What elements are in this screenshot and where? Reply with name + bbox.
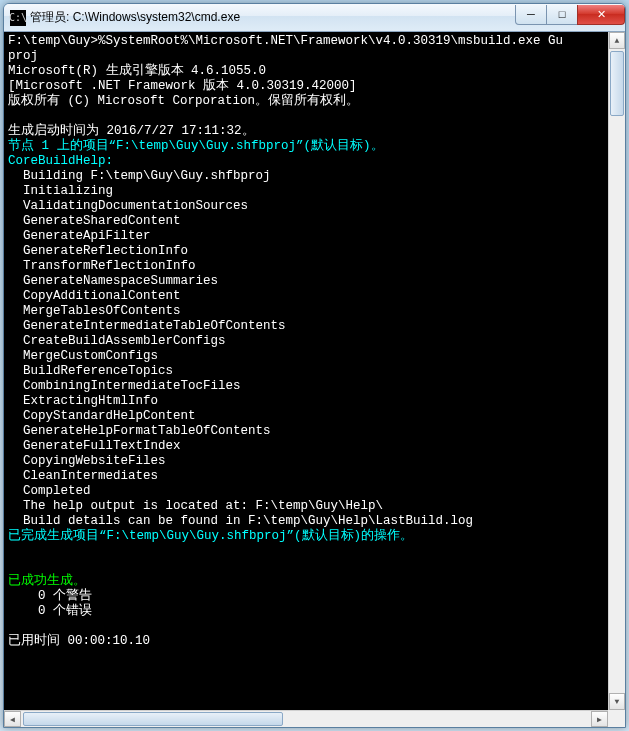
scroll-corner bbox=[608, 710, 625, 727]
minimize-button[interactable]: ─ bbox=[515, 5, 547, 25]
console-line: MergeTablesOfContents bbox=[8, 304, 607, 319]
console-line bbox=[8, 559, 607, 574]
console-line bbox=[8, 109, 607, 124]
console-line: GenerateSharedContent bbox=[8, 214, 607, 229]
titlebar[interactable]: C:\ 管理员: C:\Windows\system32\cmd.exe ─ □… bbox=[4, 4, 625, 32]
console-line: Building F:\temp\Guy\Guy.shfbproj bbox=[8, 169, 607, 184]
console-line: 已完成生成项目“F:\temp\Guy\Guy.shfbproj”(默认目标)的… bbox=[8, 529, 607, 544]
chevron-right-icon: ▶ bbox=[597, 712, 602, 727]
console-line: TransformReflectionInfo bbox=[8, 259, 607, 274]
console-line: 生成启动时间为 2016/7/27 17:11:32。 bbox=[8, 124, 607, 139]
console-line bbox=[8, 544, 607, 559]
console-line: CleanIntermediates bbox=[8, 469, 607, 484]
chevron-left-icon: ◀ bbox=[10, 712, 15, 727]
window-controls: ─ □ ✕ bbox=[516, 5, 625, 25]
vertical-scrollbar[interactable]: ▲ ▼ bbox=[608, 32, 625, 710]
close-button[interactable]: ✕ bbox=[577, 5, 625, 25]
console-line: CoreBuildHelp: bbox=[8, 154, 607, 169]
horizontal-scroll-track[interactable] bbox=[21, 711, 591, 727]
scroll-down-button[interactable]: ▼ bbox=[609, 693, 625, 710]
horizontal-scrollbar[interactable]: ◀ ▶ bbox=[4, 710, 608, 727]
vertical-scroll-thumb[interactable] bbox=[610, 51, 624, 116]
close-icon: ✕ bbox=[597, 8, 606, 21]
scroll-up-button[interactable]: ▲ bbox=[609, 32, 625, 49]
console-line: GenerateNamespaceSummaries bbox=[8, 274, 607, 289]
console-line: 已用时间 00:00:10.10 bbox=[8, 634, 607, 649]
console-line: Initializing bbox=[8, 184, 607, 199]
vertical-scroll-track[interactable] bbox=[609, 49, 625, 693]
console-line: proj bbox=[8, 49, 607, 64]
chevron-up-icon: ▲ bbox=[615, 33, 620, 48]
console-line: CopyStandardHelpContent bbox=[8, 409, 607, 424]
scroll-left-button[interactable]: ◀ bbox=[4, 711, 21, 727]
console-line: 版权所有 (C) Microsoft Corporation。保留所有权利。 bbox=[8, 94, 607, 109]
maximize-icon: □ bbox=[559, 8, 566, 20]
console-line: Completed bbox=[8, 484, 607, 499]
console-line: GenerateHelpFormatTableOfContents bbox=[8, 424, 607, 439]
console-line: CombiningIntermediateTocFiles bbox=[8, 379, 607, 394]
console-line bbox=[8, 619, 607, 634]
maximize-button[interactable]: □ bbox=[546, 5, 578, 25]
horizontal-scroll-thumb[interactable] bbox=[23, 712, 283, 726]
console-line: GenerateApiFilter bbox=[8, 229, 607, 244]
console-line: ExtractingHtmlInfo bbox=[8, 394, 607, 409]
chevron-down-icon: ▼ bbox=[615, 694, 620, 709]
console-line: GenerateFullTextIndex bbox=[8, 439, 607, 454]
console-line: BuildReferenceTopics bbox=[8, 364, 607, 379]
scroll-right-button[interactable]: ▶ bbox=[591, 711, 608, 727]
cmd-icon: C:\ bbox=[10, 10, 26, 26]
console-line: 0 个错误 bbox=[8, 604, 607, 619]
console-line: MergeCustomConfigs bbox=[8, 349, 607, 364]
console-line: F:\temp\Guy>%SystemRoot%\Microsoft.NET\F… bbox=[8, 34, 607, 49]
console-line: The help output is located at: F:\temp\G… bbox=[8, 499, 607, 514]
console-output: F:\temp\Guy>%SystemRoot%\Microsoft.NET\F… bbox=[8, 34, 607, 709]
console-line: 节点 1 上的项目“F:\temp\Guy\Guy.shfbproj”(默认目标… bbox=[8, 139, 607, 154]
minimize-icon: ─ bbox=[527, 8, 535, 20]
console-line: GenerateIntermediateTableOfContents bbox=[8, 319, 607, 334]
cmd-window: C:\ 管理员: C:\Windows\system32\cmd.exe ─ □… bbox=[3, 3, 626, 728]
console-line: ValidatingDocumentationSources bbox=[8, 199, 607, 214]
console-area[interactable]: F:\temp\Guy>%SystemRoot%\Microsoft.NET\F… bbox=[4, 32, 625, 727]
console-line: 已成功生成。 bbox=[8, 574, 607, 589]
console-line: CopyAdditionalContent bbox=[8, 289, 607, 304]
console-line: [Microsoft .NET Framework 版本 4.0.30319.4… bbox=[8, 79, 607, 94]
console-line: GenerateReflectionInfo bbox=[8, 244, 607, 259]
console-line: 0 个警告 bbox=[8, 589, 607, 604]
console-line: Microsoft(R) 生成引擎版本 4.6.1055.0 bbox=[8, 64, 607, 79]
window-title: 管理员: C:\Windows\system32\cmd.exe bbox=[30, 9, 516, 26]
console-line: CreateBuildAssemblerConfigs bbox=[8, 334, 607, 349]
console-line: CopyingWebsiteFiles bbox=[8, 454, 607, 469]
console-line: Build details can be found in F:\temp\Gu… bbox=[8, 514, 607, 529]
